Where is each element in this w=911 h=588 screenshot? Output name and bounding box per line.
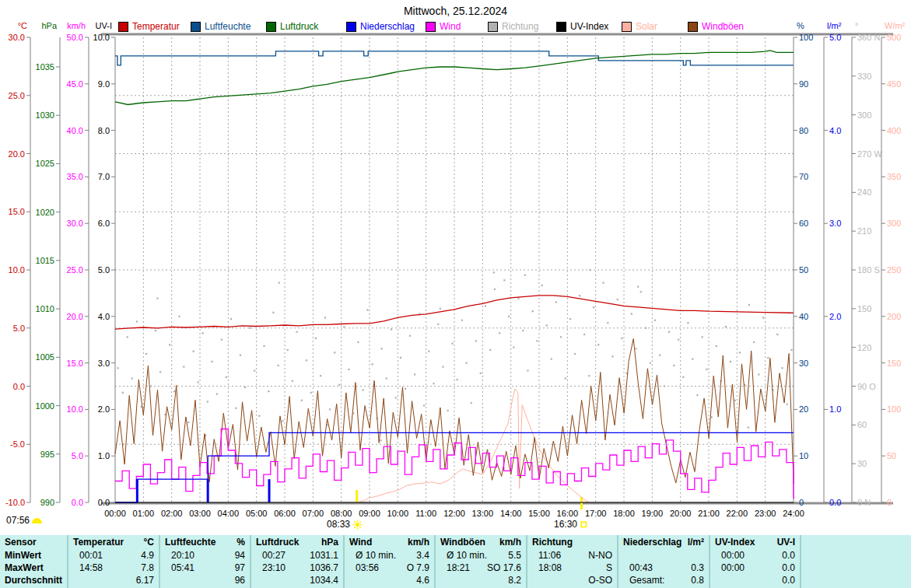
table-col-sensor: SensorMinWertMaxWertDurchschnitt <box>0 535 68 588</box>
stats-table: SensorMinWertMaxWertDurchschnittTemperat… <box>0 535 911 588</box>
table-col-richtung: Richtung11:06N-NO18:08SO-SO <box>527 535 618 588</box>
svg-text:5.0: 5.0 <box>13 324 25 333</box>
table-cell: 14:587.8 <box>73 562 154 574</box>
table-cell: 1034.4 <box>256 574 338 586</box>
col-header: Richtung <box>532 536 573 549</box>
svg-text:8.0: 8.0 <box>98 126 110 135</box>
svg-text:100: 100 <box>799 33 813 42</box>
svg-text:09:00: 09:00 <box>359 509 380 518</box>
svg-text:0.0: 0.0 <box>13 382 25 391</box>
svg-text:1005: 1005 <box>36 352 54 362</box>
half-sun-icon <box>32 518 42 523</box>
table-cell: 8.2 <box>440 574 521 586</box>
table-col-wind: Windkm/hØ 10 min.3.403:56O 7.94.6 <box>345 535 436 588</box>
svg-text:13:00: 13:00 <box>472 509 494 518</box>
svg-text:200: 200 <box>887 312 901 321</box>
svg-text:400: 400 <box>887 126 901 135</box>
table-col-temperatur: Temperatur°C00:014.914:587.86.17 <box>68 535 160 588</box>
sunrise-time-label: 08:33 <box>327 519 350 530</box>
svg-text:40: 40 <box>799 312 808 321</box>
col-unit: km/h <box>408 536 429 549</box>
axis-unit-lm2: l/m² <box>827 21 842 30</box>
table-cell: 00:000.0 <box>715 562 795 574</box>
svg-text:10: 10 <box>799 451 808 460</box>
svg-text:30: 30 <box>857 459 867 468</box>
svg-text:-10.0: -10.0 <box>5 498 25 507</box>
col-header: UV-Index <box>715 536 755 549</box>
svg-text:2.0: 2.0 <box>829 312 841 321</box>
svg-text:11:00: 11:00 <box>415 509 436 518</box>
table-cell: Gesamt:0.8 <box>623 574 704 586</box>
svg-text:20:00: 20:00 <box>670 509 692 518</box>
table-cell: 6.17 <box>73 574 154 586</box>
svg-text:150: 150 <box>857 304 871 313</box>
svg-text:450: 450 <box>887 79 901 89</box>
svg-text:12:00: 12:00 <box>443 509 465 518</box>
svg-text:0 N: 0 N <box>857 498 871 507</box>
svg-text:1030: 1030 <box>36 110 54 120</box>
svg-text:0.0: 0.0 <box>98 498 110 507</box>
table-cell: 23:101036.7 <box>256 562 338 574</box>
svg-text:300: 300 <box>887 219 901 228</box>
svg-text:1035: 1035 <box>36 62 54 72</box>
svg-text:5.0: 5.0 <box>829 33 841 42</box>
svg-text:180 S: 180 S <box>857 265 880 275</box>
table-cell: 00:430.3 <box>623 562 704 574</box>
svg-text:1020: 1020 <box>36 208 54 217</box>
svg-text:3.0: 3.0 <box>98 359 110 368</box>
table-filler <box>801 535 911 588</box>
table-cell: 20:1094 <box>165 549 245 562</box>
table-cell: O-SO <box>532 574 612 586</box>
svg-text:70: 70 <box>799 172 808 181</box>
svg-text:90 O: 90 O <box>857 382 876 391</box>
col-unit: l/m² <box>688 536 704 549</box>
svg-text:1025: 1025 <box>36 159 54 168</box>
svg-text:30.0: 30.0 <box>67 219 83 228</box>
daylight-annotation: 07:56 <box>6 515 42 526</box>
table-cell: 18:21SO 17.6 <box>440 562 521 574</box>
svg-text:02:00: 02:00 <box>161 509 183 518</box>
table-cell: 11:06N-NO <box>532 549 612 562</box>
col-unit: % <box>237 536 245 549</box>
col-header: Sensor <box>5 536 37 549</box>
table-cell: 05:4197 <box>165 562 245 574</box>
col-unit: hPa <box>321 536 338 549</box>
svg-text:25.0: 25.0 <box>67 265 83 275</box>
svg-text:6.0: 6.0 <box>98 219 110 228</box>
svg-text:1.0: 1.0 <box>98 451 110 460</box>
svg-text:1015: 1015 <box>36 256 54 265</box>
col-unit: °C <box>144 536 154 549</box>
svg-text:20.0: 20.0 <box>67 312 83 321</box>
svg-text:60: 60 <box>799 219 808 228</box>
svg-text:240: 240 <box>857 187 871 197</box>
table-cell: MinWert <box>5 549 62 562</box>
sunrise-annotation: 08:33 <box>327 519 363 530</box>
svg-text:25.0: 25.0 <box>9 91 25 100</box>
svg-text:30: 30 <box>799 359 808 368</box>
svg-text:20.0: 20.0 <box>9 149 25 159</box>
svg-text:60: 60 <box>857 420 867 429</box>
table-col-luftdruck: LuftdruckhPa00:271031.123:101036.71034.4 <box>251 535 345 588</box>
table-col-niederschlag: Niederschlagl/m²00:430.3Gesamt:0.8 <box>618 535 710 588</box>
svg-text:1.0: 1.0 <box>829 404 841 414</box>
axis-unit-pct: % <box>797 21 804 30</box>
table-cell <box>623 549 704 562</box>
table-col-windböen: Windböenkm/hØ 10 min.5.518:21SO 17.68.2 <box>436 535 527 588</box>
svg-text:16:00: 16:00 <box>557 509 579 518</box>
svg-text:10.0: 10.0 <box>67 404 83 414</box>
col-unit: UV-I <box>777 536 795 549</box>
daylight-time-label: 07:56 <box>6 515 30 526</box>
svg-text:21:00: 21:00 <box>698 509 720 518</box>
table-cell: MaxWert <box>5 562 62 574</box>
svg-text:17:00: 17:00 <box>585 509 607 518</box>
col-unit: km/h <box>499 536 521 549</box>
svg-text:35.0: 35.0 <box>67 172 83 181</box>
axis-unit-kmh: km/h <box>67 21 86 30</box>
svg-text:07:00: 07:00 <box>303 509 324 518</box>
svg-text:24:00: 24:00 <box>783 509 804 518</box>
table-cell: 00:271031.1 <box>256 549 338 562</box>
weather-chart-page: Mittwoch, 25.12.2024 TemperaturLuftfeuch… <box>0 0 911 588</box>
sunset-time-label: 16:30 <box>554 519 577 530</box>
svg-text:50: 50 <box>799 265 808 275</box>
axis-unit-temp: °C <box>18 21 27 30</box>
